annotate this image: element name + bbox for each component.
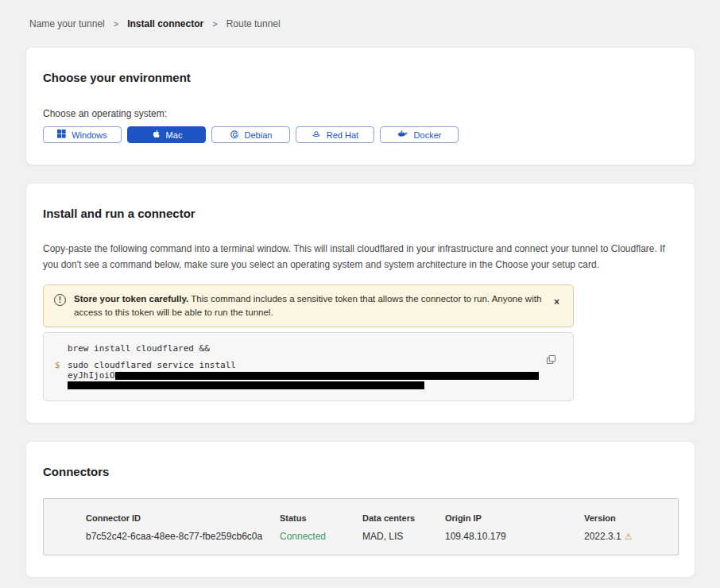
code-line-install: $ sudo cloudflared service install eyJhI…	[55, 360, 562, 389]
origin-ip-value: 109.48.10.179	[445, 531, 584, 542]
connectors-card: Connectors Connector ID Status Data cent…	[25, 441, 695, 578]
windows-icon	[57, 130, 66, 140]
code-text: brew install cloudflared &&	[68, 343, 562, 354]
choose-environment-card: Choose your environment Choose an operat…	[25, 47, 695, 165]
token-warning-banner: ! Store your token carefully. This comma…	[43, 284, 574, 327]
token-warning-bold: Store your token carefully.	[74, 294, 188, 304]
col-origin-ip: Origin IP	[445, 513, 584, 523]
code-line-brew: brew install cloudflared &&	[55, 343, 562, 354]
data-centers-value: MAD, LIS	[362, 531, 445, 542]
redacted-token-bar	[68, 381, 424, 389]
os-button-label: Red Hat	[327, 130, 358, 140]
col-version: Version	[584, 513, 678, 523]
breadcrumb-step-install-connector[interactable]: Install connector	[127, 18, 203, 29]
card-title: Choose your environment	[43, 71, 671, 85]
status-badge: Connected	[280, 531, 362, 542]
install-connector-card: Install and run a connector Copy-paste t…	[25, 183, 695, 424]
page: Name your tunnel > Install connector > R…	[0, 0, 720, 588]
os-button-label: Docker	[414, 130, 442, 140]
os-button-mac[interactable]: Mac	[127, 126, 206, 143]
col-connector-id: Connector ID	[86, 513, 280, 523]
redacted-token-bar	[115, 372, 539, 380]
os-button-label: Windows	[72, 130, 107, 140]
card-title: Connectors	[43, 465, 671, 479]
copy-icon[interactable]	[546, 354, 556, 367]
token-prefix: eyJhIjoiO	[68, 370, 115, 381]
os-button-windows[interactable]: Windows	[43, 126, 122, 143]
breadcrumb-step-name-tunnel[interactable]: Name your tunnel	[29, 18, 105, 29]
col-data-centers: Data centers	[362, 513, 445, 523]
code-text: sudo cloudflared service install	[68, 360, 236, 370]
close-icon[interactable]: ×	[554, 297, 559, 307]
connector-id-value: b7c52c42-6caa-48ee-8c77-fbe259cb6c0a	[86, 531, 280, 542]
os-button-redhat[interactable]: Red Hat	[296, 126, 374, 143]
os-button-debian[interactable]: Debian	[211, 126, 290, 143]
connectors-table: Connector ID Status Data centers Origin …	[43, 498, 679, 555]
docker-icon	[397, 130, 408, 140]
os-button-docker[interactable]: Docker	[380, 126, 459, 143]
os-button-label: Debian	[245, 130, 273, 140]
shell-prompt: $	[55, 360, 68, 389]
table-row: b7c52c42-6caa-48ee-8c77-fbe259cb6c0a Con…	[86, 531, 678, 542]
alert-circle-icon: !	[54, 294, 66, 306]
col-status: Status	[280, 513, 362, 523]
apple-icon	[151, 129, 161, 141]
token-warning-text: Store your token carefully. This command…	[74, 292, 543, 319]
breadcrumb-separator: >	[212, 19, 217, 29]
breadcrumb-separator: >	[114, 19, 118, 29]
os-select-label: Choose an operating system:	[43, 108, 671, 119]
connectors-table-header: Connector ID Status Data centers Origin …	[86, 513, 678, 523]
install-description: Copy-paste the following command into a …	[43, 241, 671, 273]
os-button-label: Mac	[166, 130, 183, 140]
os-button-group: Windows Mac Debian Red Hat	[43, 126, 671, 143]
breadcrumb: Name your tunnel > Install connector > R…	[25, 0, 695, 29]
version-value: 2022.3.1⚠	[584, 531, 678, 542]
debian-icon	[230, 130, 239, 141]
breadcrumb-step-route-tunnel[interactable]: Route tunnel	[226, 18, 281, 29]
card-title: Install and run a connector	[43, 207, 671, 221]
redhat-icon	[312, 130, 321, 141]
install-command-codeblock: brew install cloudflared && $ sudo cloud…	[43, 332, 574, 401]
version-warning-icon: ⚠	[625, 532, 633, 541]
